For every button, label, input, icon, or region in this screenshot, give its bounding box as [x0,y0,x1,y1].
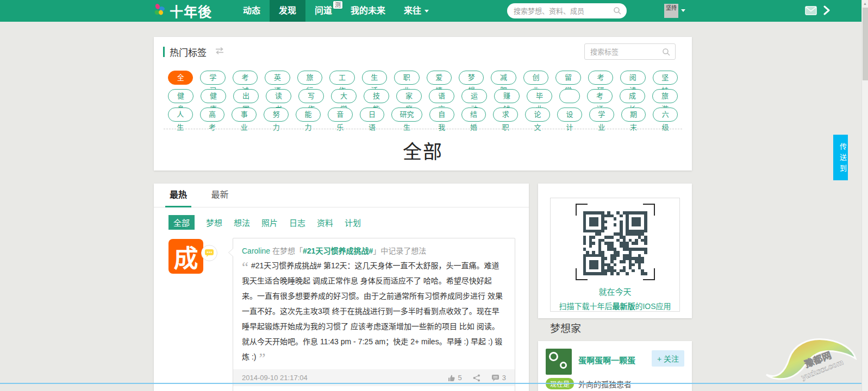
scrollbar-thumb[interactable] [863,8,868,80]
tag-search-input[interactable] [590,44,660,59]
feed-filter[interactable]: 全部 [168,215,195,230]
search-icon[interactable] [662,48,671,59]
nav-label: 问道 [315,6,332,15]
tag-pill[interactable]: 大学 [331,89,357,103]
tag-pill[interactable]: 旅行 [297,71,322,85]
tag-pill[interactable]: 出国 [233,89,259,103]
tag-pill[interactable] [559,89,580,103]
tag-pill[interactable]: 工作 [329,71,354,85]
tag-pill[interactable]: 事业 [232,108,257,122]
tag-pill[interactable]: 自我 [429,108,454,122]
site-logo[interactable]: 十年後 [153,0,212,22]
refresh-icon[interactable] [214,47,226,57]
share-button[interactable] [473,374,480,382]
global-search-input[interactable] [514,3,610,18]
chevron-right-icon[interactable] [823,5,830,18]
feed-panel: 最热 最新 全部梦想想法照片日志资料计划 成 Caroline 在梦想「#21天… [154,184,529,391]
dreamer-name[interactable]: 蛋啊蛋啊一颗蛋 [578,354,635,365]
tag-pill[interactable]: 学习 [200,71,225,85]
tag-pill[interactable]: 创业 [523,71,548,85]
tag-pill[interactable]: 读书 [266,89,291,103]
qr-code [583,211,647,275]
tag-pill[interactable]: 技能 [364,89,389,103]
user-menu-chevron-icon[interactable] [681,9,685,12]
watermark-logo: 豫都网 yuduxx.com [762,336,859,389]
post-bubble: Caroline 在梦想「#21天习惯养成挑战#」中记录了想法 “#21天习惯养… [233,238,515,391]
mail-icon[interactable] [805,6,817,17]
tag-pill[interactable]: 减肥 [491,71,516,85]
comment-count: 3 [502,374,506,382]
tag-pill[interactable]: 人生 [168,108,193,122]
tag-pill[interactable]: 爱情 [427,71,452,85]
nav-label: 来往 [404,6,421,15]
page: 十年後 动态 发现 问道测 我的未来 来往 坚持 热门标签 [0,0,868,391]
tag-pill[interactable]: 成长 [620,89,645,103]
tag-pill[interactable]: 全部 [168,71,193,85]
dreamer-avatar[interactable] [546,349,572,375]
post-author-link[interactable]: Caroline [242,247,270,255]
tag-pill[interactable]: 考试 [233,71,258,85]
feed-filter[interactable]: 想法 [234,217,250,228]
search-icon[interactable] [613,7,622,17]
tag-pill[interactable]: 英语 [265,71,290,85]
tag-row: 健身健康出国读书写作大学技能家庭语言运动赚钱毕业考证成长旅游 [168,89,678,103]
feed-filter[interactable]: 计划 [345,217,361,228]
tag-pill[interactable]: 期末 [621,108,646,122]
post-action-suffix: 」中记录了想法 [373,247,426,255]
tag-pill[interactable]: 旅游 [652,89,678,103]
send-to-tab[interactable]: 传送到 [833,135,848,180]
nav-item-faxian[interactable]: 发现 [270,0,305,22]
tag-pill[interactable]: 日语 [360,108,385,122]
tag-pill[interactable]: 音乐 [328,108,353,122]
tag-pill[interactable]: 学业 [589,108,614,122]
tag-pill[interactable]: 健身 [168,89,193,103]
tab-newest[interactable]: 最新 [207,184,233,207]
follow-button[interactable]: + 关注 [652,350,684,367]
feed-filter[interactable]: 梦想 [206,217,222,228]
nav-item-wendao[interactable]: 问道测 [305,0,341,22]
post-author-avatar[interactable]: 成 [168,239,203,274]
tag-pill[interactable]: 生活 [362,71,387,85]
tag-pill[interactable]: 设计 [557,108,582,122]
tag-pill[interactable]: 毕业 [527,89,552,103]
nav-item-my-future[interactable]: 我的未来 [341,0,395,22]
tag-pill[interactable]: 留学 [555,71,580,85]
selected-tag-heading: 全部 [154,136,692,164]
nav-label: 发现 [279,6,296,15]
tag-pill[interactable]: 努力 [264,108,289,122]
user-avatar[interactable]: 坚持 [664,4,678,18]
tag-pill[interactable]: 考证 [587,89,613,103]
tag-pill[interactable]: 考研 [588,71,613,85]
tag-pill[interactable]: 语言 [429,89,454,103]
tag-pill[interactable]: 六级 [653,108,678,122]
tag-pill[interactable]: 梦想 [459,71,484,85]
tag-pill[interactable]: 家庭 [396,89,422,103]
tag-pill[interactable]: 健康 [201,89,226,103]
feed-filter[interactable]: 日志 [289,217,305,228]
tag-pill[interactable]: 能力 [296,108,321,122]
tag-pill[interactable]: 论文 [525,108,550,122]
like-button[interactable]: 5 [448,374,462,382]
tag-pill[interactable]: 运动 [461,89,487,103]
tag-pill[interactable]: 研究生 [391,108,422,122]
tag-pill[interactable]: 求职 [493,108,518,122]
tag-pill[interactable]: 赚钱 [494,89,520,103]
tab-hottest[interactable]: 最热 [165,184,191,207]
tag-rows: 全部学习考试英语旅行工作生活职业爱情梦想减肥创业留学考研阅读坚持 健身健康出国读… [168,71,678,126]
feed-filter[interactable]: 资料 [317,217,333,228]
scrollbar-up-arrow[interactable]: ▲ [862,1,868,7]
post-body: “#21天习惯养成挑战# 第12天：这几天身体一直不太舒服，头一直痛。难道我天生… [242,258,506,364]
nav-item-laiwang[interactable]: 来往 [395,0,438,22]
global-search [507,3,627,18]
qr-caption-line1: 就在今天 [598,286,631,297]
tag-pill[interactable]: 结婚 [461,108,486,122]
feed-filter[interactable]: 照片 [261,217,278,228]
tag-pill[interactable]: 阅读 [620,71,645,85]
tag-pill[interactable]: 高考 [200,108,225,122]
nav-item-dongtai[interactable]: 动态 [234,0,270,22]
tag-pill[interactable]: 坚持 [653,71,678,85]
comment-button[interactable]: 3 [491,374,506,382]
tag-pill[interactable]: 写作 [298,89,324,103]
tag-pill[interactable]: 职业 [394,71,419,85]
dream-tag-link[interactable]: #21天习惯养成挑战# [303,247,373,255]
